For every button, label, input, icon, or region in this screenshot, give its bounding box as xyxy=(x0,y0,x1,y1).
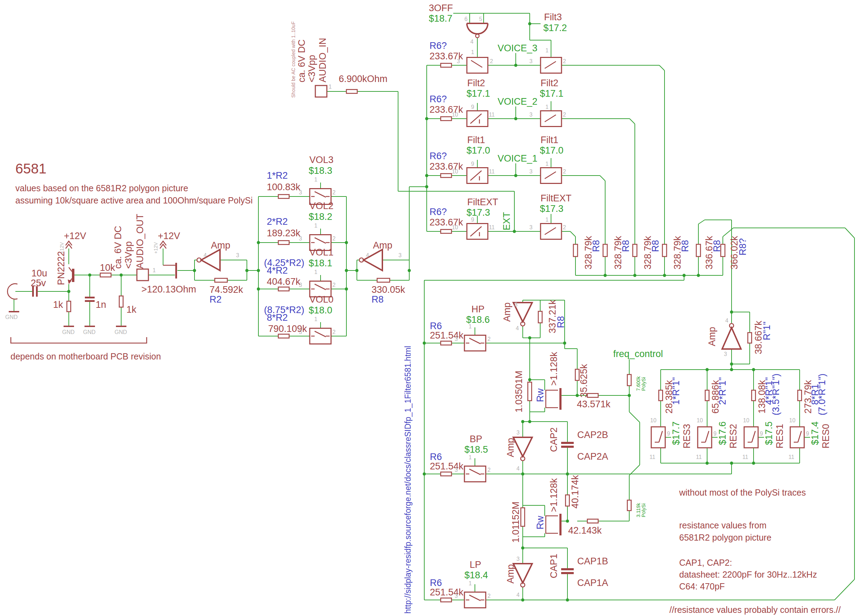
audio-in-note-2: <3Vpp xyxy=(307,55,317,82)
amp-pin: 4 xyxy=(516,325,519,331)
amp2-wires xyxy=(357,187,427,280)
r6q-label: R6? xyxy=(430,41,447,51)
sw-pin: 2 xyxy=(488,336,491,342)
amp2: Amp 330.05k R8 4 3 xyxy=(357,187,427,305)
mixer-rows: 3OFF $18.7 R6? 233.67k R6? 233.67k R6? 2… xyxy=(427,3,664,244)
annotations: depends on motherboard PCB revision with… xyxy=(11,21,841,614)
nand-gate xyxy=(467,24,488,34)
int1-mosfet-gate xyxy=(559,388,562,410)
res0-name: RES0 xyxy=(820,424,831,448)
int1-rm-resistor xyxy=(528,382,532,401)
sw-pin: 10 xyxy=(452,112,458,118)
res1-addr: $17.5 xyxy=(764,421,774,445)
off3-label: 3OFF xyxy=(429,3,453,13)
int2-rs-resistor xyxy=(566,495,570,506)
int2-rg-resistor xyxy=(587,519,598,523)
header: 6581 values based on the 6581R2 polygon … xyxy=(15,161,253,205)
amp-label: Amp xyxy=(373,240,392,251)
vol2-ratio: 2*R2 xyxy=(267,216,288,227)
freq-wires xyxy=(598,360,640,521)
hp-switch-lever xyxy=(466,338,484,344)
resistor-74k xyxy=(215,278,227,282)
res2-resistor xyxy=(705,390,709,401)
freq-r1-resistor xyxy=(628,374,631,386)
sw-pin: 10 xyxy=(743,417,749,423)
lp-r6-value: 251.54k xyxy=(430,587,464,597)
amp-pin: 3 xyxy=(724,351,727,357)
resistor-1k-b xyxy=(120,296,123,307)
audio-out-label: AUDIO_OUT xyxy=(135,214,145,269)
rail-label: +12V xyxy=(64,231,86,241)
sw-pin: 2 xyxy=(490,58,493,64)
hp-r6-name: R6 xyxy=(430,321,442,331)
rail-small-label: +12V xyxy=(153,242,159,254)
mixer-left-switch-1 xyxy=(467,58,488,73)
r233-label: 233.67k xyxy=(430,217,463,228)
supply-pin-bar xyxy=(175,263,177,278)
sw-pin: 11 xyxy=(489,168,495,174)
rw-label: Rw xyxy=(535,516,545,530)
res0-extra: (7.0*R"1") xyxy=(817,374,827,415)
cap2a-label: CAP2A xyxy=(577,451,608,462)
cap-note-3: C64: 470pF xyxy=(679,581,725,591)
lp-addr: $18.4 xyxy=(464,570,488,580)
r8-resistor-4 xyxy=(663,244,667,256)
int2-rg-label: 42.143k xyxy=(568,525,602,536)
resistor-330k xyxy=(377,278,390,282)
vol2-name: VOL2 xyxy=(309,201,334,211)
filt2-right-label: Filt2 xyxy=(540,78,558,88)
audio-out-note-1: ca. 6V DC xyxy=(113,226,123,269)
lp-r6-resistor xyxy=(441,598,452,602)
cap2-plate2 xyxy=(561,446,574,448)
voice1-label: VOICE_1 xyxy=(498,153,537,164)
freq-r2-value: 3.119k xyxy=(636,503,641,517)
sw-pin: 2 xyxy=(563,225,566,230)
filtext-left-label: FiltEXT xyxy=(467,197,498,207)
amp-label: Amp xyxy=(505,564,516,583)
audio-in-note-1: ca. 6V DC xyxy=(296,39,307,82)
bp-addr: $18.5 xyxy=(464,444,488,455)
res2-switch xyxy=(698,427,712,448)
cap2-label: CAP2 xyxy=(549,427,559,452)
filt2-right-addr: $17.1 xyxy=(540,88,564,99)
url-label: http://sidplay-residfp.sourceforge.net/d… xyxy=(403,346,413,614)
rail-label: +12V xyxy=(158,231,180,241)
sw-pin: 3 xyxy=(529,58,532,64)
sw-pin: 2 xyxy=(332,282,335,288)
header-note-2: assuming 10k/square active area and 100O… xyxy=(15,195,253,205)
cap1-plate1 xyxy=(561,568,574,570)
vol1-resistor xyxy=(278,287,289,291)
vol3-ratio: 1*R2 xyxy=(267,170,288,181)
sw-pin: 3 xyxy=(455,593,458,599)
bp-r6-resistor xyxy=(441,472,452,476)
mixer-right-switch-4 xyxy=(540,224,562,239)
pad-pin: 1 xyxy=(153,267,156,273)
sw-pin: 1 xyxy=(545,104,549,110)
int1-rm-label: 1.03501M xyxy=(514,371,524,413)
amp1-fb-value: 74.592k xyxy=(209,284,243,295)
cap2-plate1 xyxy=(561,442,574,444)
ext-label: EXT xyxy=(501,212,512,230)
page-title: 6581 xyxy=(15,161,46,176)
sw-pin: 1 xyxy=(545,161,549,167)
amp-pin: 3 xyxy=(514,302,518,308)
sw-pin: 10 xyxy=(650,417,657,423)
hp-stage: R6 251.54k HP $18.6 Amp 337.21k R8 1.035… xyxy=(430,299,629,421)
schematic-drawing: 6581 values based on the 6581R2 polygon … xyxy=(0,0,866,616)
amp-label: Amp xyxy=(505,438,516,457)
sw-pin: 1 xyxy=(469,580,472,586)
res2-ratio: 2*R"1" xyxy=(717,377,728,405)
bp-r6-name: R6 xyxy=(430,452,442,462)
filtext-right-addr: $17.3 xyxy=(540,203,564,214)
amp-label: Amp xyxy=(502,302,512,322)
sw-pin: 1 xyxy=(314,269,317,275)
amp-label: Amp xyxy=(707,327,717,346)
res1-resistor xyxy=(752,390,756,401)
sw-pin: 3 xyxy=(299,329,302,335)
cap10u-label: 10u xyxy=(31,268,47,278)
r8-resistor-1 xyxy=(573,244,578,256)
sw-pin: 9 xyxy=(806,431,809,437)
res1-extra: (3.5*R"1") xyxy=(771,374,781,415)
mixer-r3 xyxy=(441,174,452,178)
nand-bubble xyxy=(476,34,479,38)
